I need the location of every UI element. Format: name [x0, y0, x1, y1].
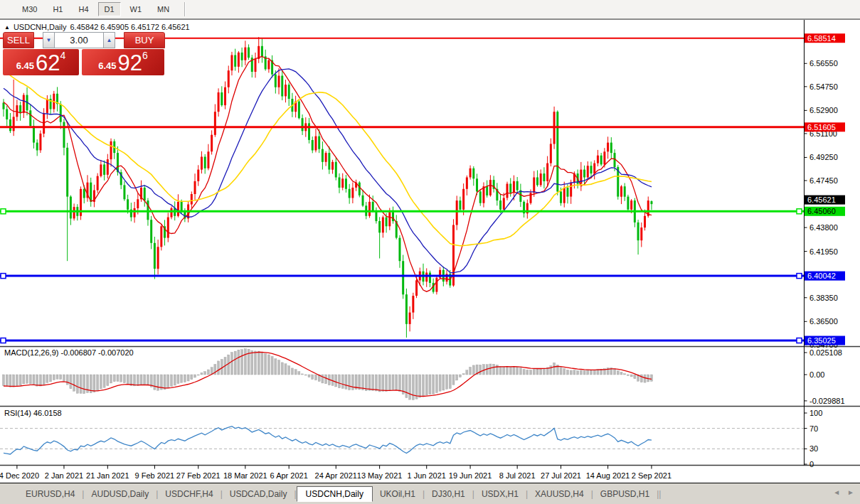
macd-histogram-bar: [368, 375, 371, 390]
timeframe-button-mn[interactable]: MN: [151, 2, 176, 16]
macd-histogram-bar: [590, 370, 593, 375]
macd-histogram-bar: [244, 349, 246, 375]
chart-tab-dj30[interactable]: DJ30,H1: [425, 487, 472, 501]
rsi-axis[interactable]: [805, 413, 807, 464]
macd-histogram-bar: [308, 375, 310, 377]
macd-histogram-bar: [103, 375, 105, 387]
price-line-label-text: 6.51605: [807, 123, 836, 132]
buy-button[interactable]: BUY: [124, 32, 165, 48]
timeframe-button-m30[interactable]: M30: [16, 2, 43, 16]
macd-histogram-bar: [294, 370, 297, 375]
macd-axis[interactable]: [805, 353, 807, 401]
candle-body: [597, 156, 599, 163]
timeframe-button-h1[interactable]: H1: [46, 2, 69, 16]
timeframe-button-h4[interactable]: H4: [72, 2, 95, 16]
candle-body: [9, 119, 11, 131]
candle-body: [409, 313, 411, 324]
candle-body: [314, 136, 317, 151]
candle-body: [224, 87, 226, 105]
date-tick-label: 18 Mar 2021: [223, 471, 267, 480]
candles-group: [3, 37, 653, 338]
macd-histogram-bar: [372, 375, 374, 390]
candle-body: [278, 76, 280, 87]
macd-histogram-bar: [405, 375, 408, 398]
sell-price-sup: 4: [60, 50, 66, 61]
macd-histogram-bar: [130, 375, 132, 385]
candle-body: [221, 92, 223, 105]
candle-body: [339, 178, 341, 188]
line-handle[interactable]: [797, 274, 802, 279]
candle-body: [63, 122, 65, 148]
macd-histogram-bar: [472, 365, 474, 375]
macd-histogram-bar: [536, 369, 538, 375]
tabs-scroll-left-icon[interactable]: ◄: [833, 488, 840, 496]
chart-collapse-triangle-icon[interactable]: ▲: [4, 24, 10, 31]
line-handle[interactable]: [1, 338, 6, 343]
candle-body: [144, 188, 146, 200]
terminal-window: M30H1H4D1W1MN 6.565506.547506.529006.511…: [0, 0, 860, 504]
line-handle[interactable]: [797, 209, 802, 214]
candle-body: [248, 48, 250, 58]
candle-body: [479, 191, 482, 203]
candle-body: [627, 197, 629, 210]
candle-body: [509, 184, 511, 193]
macd-histogram-bar: [144, 375, 146, 385]
date-tick-label: 14 Dec 2020: [0, 471, 39, 480]
macd-histogram-bar: [563, 368, 566, 375]
candle-body: [167, 218, 169, 238]
macd-histogram-bar: [228, 355, 230, 375]
chart-tab-xauusd[interactable]: XAUUSD,H4: [528, 487, 591, 501]
macd-histogram-bar: [506, 366, 509, 375]
chart-tab-gbpusd[interactable]: GBPUSD,H1: [593, 487, 657, 501]
sell-price-panel[interactable]: 6.45 62 4: [3, 49, 79, 75]
macd-histogram-bar: [345, 375, 347, 389]
timeframe-button-w1[interactable]: W1: [124, 2, 149, 16]
candle-body: [191, 194, 193, 205]
line-handle[interactable]: [1, 209, 6, 214]
chart-tab-usdx[interactable]: USDX,H1: [474, 487, 526, 501]
volume-increase-icon[interactable]: ▲: [103, 32, 115, 48]
candle-body: [412, 296, 414, 313]
chart-tab-ukoil[interactable]: UKOil,H1: [373, 487, 423, 501]
macd-histogram-bar: [275, 359, 277, 375]
chart-tab-usdcad[interactable]: USDCAD,Daily: [223, 487, 294, 501]
candle-body: [506, 184, 509, 198]
macd-histogram-bar: [449, 375, 451, 389]
macd-histogram-bar: [288, 366, 290, 375]
rsi-indicator-label: RSI(14) 46.0158: [4, 409, 62, 417]
macd-histogram-bar: [349, 375, 351, 390]
line-handle[interactable]: [797, 338, 802, 343]
macd-histogram-bar: [493, 364, 495, 375]
candle-body: [402, 261, 404, 294]
macd-histogram-bar: [533, 369, 535, 375]
chart-tab-audusd[interactable]: AUDUSD,Daily: [84, 487, 156, 501]
chart-tab-usdchf[interactable]: USDCHF,H4: [158, 487, 220, 501]
chart-tab-eurusd[interactable]: EURUSD,H4: [18, 487, 82, 501]
candle-body: [600, 156, 602, 165]
date-tick-label: 1 Jun 2021: [408, 471, 446, 480]
chart-canvas[interactable]: 6.565506.547506.529006.511006.492506.474…: [0, 20, 860, 483]
macd-histogram-bar: [392, 375, 394, 390]
macd-histogram-bar: [409, 375, 411, 400]
candle-body: [499, 200, 501, 210]
macd-histogram-bar: [110, 375, 112, 383]
timeframe-button-d1[interactable]: D1: [98, 2, 121, 16]
date-tick-label: 27 Feb 2021: [176, 471, 221, 480]
candle-body: [325, 153, 327, 162]
chart-tab-usdcnh[interactable]: USDCNH,Daily: [297, 486, 373, 502]
candle-body: [298, 102, 300, 119]
macd-histogram-bar: [278, 360, 280, 375]
buy-price-panel[interactable]: 6.45 92 6: [82, 49, 164, 75]
candle-body: [157, 247, 159, 269]
volume-decrease-icon[interactable]: ▼: [43, 32, 55, 48]
sell-button[interactable]: SELL: [3, 32, 34, 48]
chart-window[interactable]: 6.565506.547506.529006.511006.492506.474…: [0, 20, 860, 483]
tabs-scroll-right-icon[interactable]: ►: [847, 488, 854, 496]
macd-histogram-bar: [291, 368, 293, 375]
macd-histogram-bar: [375, 375, 377, 391]
line-handle[interactable]: [1, 274, 6, 279]
macd-histogram-bar: [234, 351, 236, 375]
volume-input[interactable]: 3.00: [55, 32, 103, 48]
candle-body: [335, 162, 337, 178]
candle-body: [556, 112, 558, 191]
